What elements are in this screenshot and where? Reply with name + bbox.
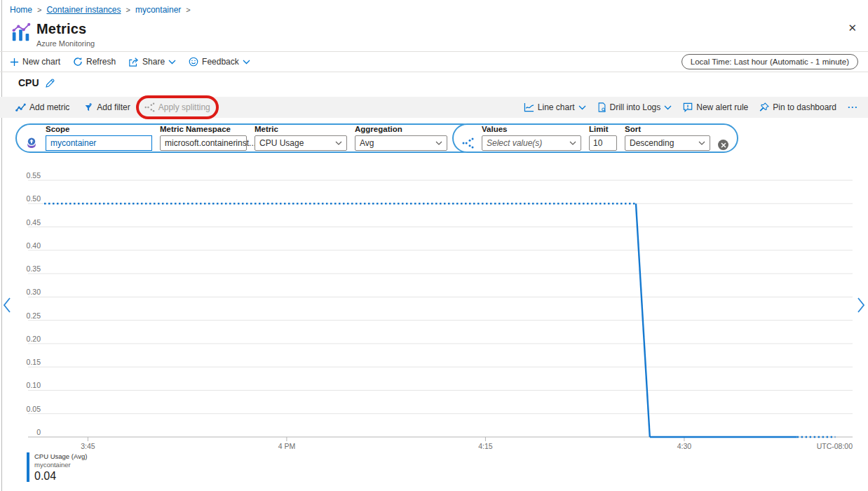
svg-text:3:45: 3:45	[81, 442, 95, 450]
values-label: Values	[482, 126, 581, 134]
line-chart-dropdown[interactable]: Line chart	[524, 102, 586, 112]
limit-input[interactable]: 10	[589, 135, 617, 151]
logs-document-icon	[597, 102, 606, 112]
chevron-down-icon	[168, 60, 176, 65]
values-select[interactable]: Select value(s)	[482, 135, 581, 151]
svg-text:4:15: 4:15	[478, 442, 493, 450]
svg-text:0.45: 0.45	[27, 218, 41, 227]
pin-icon	[759, 102, 769, 112]
breadcrumb-mycontainer[interactable]: mycontainer	[135, 5, 181, 15]
add-filter-label: Add filter	[97, 102, 130, 112]
values-placeholder: Select value(s)	[487, 138, 542, 148]
svg-text:0.10: 0.10	[27, 381, 41, 389]
svg-text:0: 0	[36, 428, 41, 436]
sort-select[interactable]: Descending	[625, 135, 710, 151]
alert-icon	[683, 102, 693, 112]
legend-value: 0.04	[34, 470, 87, 483]
svg-text:0.20: 0.20	[27, 335, 41, 343]
remove-splitting-icon[interactable]	[718, 140, 728, 150]
breadcrumb-container-instances[interactable]: Container instances	[46, 5, 121, 15]
more-options-button[interactable]: ···	[848, 102, 858, 112]
share-icon	[128, 57, 139, 67]
line-chart-label: Line chart	[538, 102, 575, 112]
page-title: Metrics	[36, 21, 86, 37]
svg-text:0.35: 0.35	[27, 264, 41, 273]
splitting-config-pill: Values Select value(s) Limit 10 Sort Des…	[452, 123, 738, 153]
ellipsis-icon: ···	[848, 102, 858, 112]
time-range-picker[interactable]: Local Time: Last hour (Automatic - 1 min…	[681, 54, 858, 69]
aggregation-select[interactable]: Avg	[355, 135, 447, 151]
feedback-button[interactable]: Feedback	[189, 57, 250, 67]
metrics-app-icon	[11, 22, 32, 43]
aggregation-label: Aggregation	[355, 126, 447, 134]
smiley-icon	[189, 57, 198, 67]
metrics-chart[interactable]: 00.050.100.150.200.250.300.350.400.450.5…	[0, 168, 868, 457]
legend-item[interactable]: CPU Usage (Avg) mycontainer 0.04	[27, 452, 87, 482]
add-metric-button[interactable]: Add metric	[15, 102, 69, 112]
chevron-down-icon	[698, 141, 705, 145]
close-icon[interactable]: ✕	[848, 22, 857, 33]
scope-field: Scope mycontainer	[46, 126, 152, 152]
svg-text:4:30: 4:30	[677, 442, 692, 450]
chart-title-row: CPU	[18, 77, 55, 88]
share-button[interactable]: Share	[128, 57, 176, 67]
namespace-select[interactable]: microsoft.containerinst...	[160, 135, 247, 151]
new-alert-rule-label: New alert rule	[696, 102, 748, 112]
chart-page-right-chevron-icon[interactable]	[857, 297, 866, 314]
add-metric-label: Add metric	[29, 102, 69, 112]
aggregation-field: Aggregation Avg	[355, 126, 447, 152]
chevron-down-icon	[569, 141, 576, 145]
pin-to-dashboard-button[interactable]: Pin to dashboard	[759, 102, 836, 112]
refresh-button[interactable]: Refresh	[73, 57, 116, 67]
new-alert-rule-button[interactable]: New alert rule	[683, 102, 748, 112]
svg-text:0.30: 0.30	[27, 288, 41, 296]
svg-text:UTC-08:00: UTC-08:00	[817, 442, 853, 450]
metric-value: CPU Usage	[259, 138, 304, 148]
filter-funnel-icon	[83, 102, 93, 112]
breadcrumb-separator: >	[186, 6, 190, 14]
breadcrumb: Home > Container instances > mycontainer…	[10, 5, 191, 15]
svg-text:0.40: 0.40	[27, 241, 41, 250]
drill-into-logs-dropdown[interactable]: Drill into Logs	[597, 102, 672, 112]
plus-icon	[10, 58, 19, 67]
svg-text:0.25: 0.25	[27, 311, 41, 320]
metric-config-pill: Scope mycontainer Metric Namespace micro…	[15, 123, 477, 153]
chevron-down-icon	[243, 60, 250, 65]
metric-field: Metric CPU Usage	[255, 126, 347, 152]
chart-toolbar: Add metric Add filter Apply splitting Li…	[0, 97, 868, 118]
drill-into-logs-label: Drill into Logs	[610, 102, 661, 112]
chevron-down-icon	[435, 141, 442, 145]
chevron-down-icon	[335, 141, 342, 145]
chevron-down-icon	[578, 105, 586, 110]
refresh-icon	[73, 57, 83, 67]
scope-input[interactable]: mycontainer	[46, 135, 152, 151]
new-chart-label: New chart	[22, 57, 60, 67]
new-chart-button[interactable]: New chart	[10, 57, 60, 67]
svg-text:0.55: 0.55	[27, 171, 41, 180]
svg-text:0.15: 0.15	[27, 358, 41, 366]
namespace-field: Metric Namespace microsoft.containerinst…	[160, 126, 247, 152]
apply-splitting-button[interactable]: Apply splitting	[144, 102, 210, 112]
breadcrumb-separator: >	[37, 6, 41, 14]
line-chart-icon	[524, 102, 534, 112]
sort-field: Sort Descending	[625, 126, 710, 152]
pin-to-dashboard-label: Pin to dashboard	[773, 102, 836, 112]
breadcrumb-home[interactable]: Home	[10, 5, 32, 15]
namespace-value: microsoft.containerinst...	[165, 138, 256, 148]
chart-page-left-chevron-icon[interactable]	[2, 297, 11, 314]
values-field: Values Select value(s)	[482, 126, 581, 152]
splitting-icon	[462, 137, 474, 149]
refresh-label: Refresh	[86, 57, 116, 67]
apply-splitting-icon	[144, 102, 155, 112]
breadcrumb-separator: >	[126, 6, 130, 14]
sort-value: Descending	[630, 138, 674, 148]
edit-pencil-icon[interactable]	[45, 78, 55, 88]
legend-resource-name: mycontainer	[34, 461, 87, 469]
svg-text:4 PM: 4 PM	[278, 442, 296, 450]
sort-label: Sort	[625, 126, 710, 134]
apply-splitting-label: Apply splitting	[158, 102, 210, 112]
namespace-label: Metric Namespace	[160, 126, 247, 134]
metric-select[interactable]: CPU Usage	[255, 135, 347, 151]
add-filter-button[interactable]: Add filter	[83, 102, 130, 112]
page-subtitle: Azure Monitoring	[36, 39, 95, 48]
